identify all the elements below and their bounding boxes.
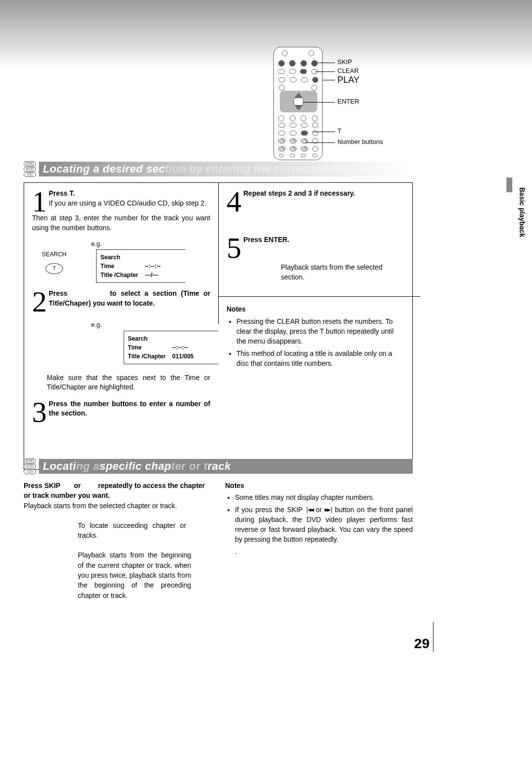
note-item: Pressing the CLEAR button resets the num… [236,316,404,347]
step1-body2: Then at step 3, enter the number for the… [32,213,210,233]
section1-title-a: Locating a desired sec [43,163,165,175]
big-2: 2 [32,290,47,313]
note-item: This method of locating a title is avail… [236,348,404,369]
eg-label: e.g. [91,240,210,248]
notes-head-2: Notes [225,481,413,490]
remote-btn [278,131,285,136]
remote-btn [300,115,306,121]
remote-btn [312,130,318,136]
label-clear: CLEAR [337,68,359,74]
remote-btn [301,146,308,151]
section1-title-b: tion by entering the corresponding numbe… [165,163,398,175]
top-gradient [0,0,532,69]
section2-right: Notes Some titles may not display chapte… [225,481,413,600]
s2-succeed: To locate succeeding chapter or tracks. [78,521,186,541]
remote-btn [278,77,285,82]
note-item: If you press the SKIP |◀◀ or ▶▶| button … [235,505,413,545]
remote-btn [278,115,284,121]
remote-btn [311,60,318,67]
label-skip: SKIP [337,59,352,66]
s2-body: Playback starts from the selected chapte… [24,501,211,511]
remote-btn [312,122,318,128]
dpad [280,91,317,112]
page-number: 29 [414,636,430,652]
remote-btn [312,138,318,144]
stray-dot: . [235,547,413,556]
step-5: 5 Press ENTER. Playback starts from the … [227,235,404,282]
search-label: SEARCH [42,250,66,259]
search-box-2: Search Time--:--:-- Title /Chapter011/00… [124,331,218,364]
remote-btn [290,139,297,143]
s2-head-b: or [74,482,81,489]
big-3: 3 [32,400,47,424]
remote-btn [312,115,318,121]
remote-btn [289,69,296,74]
remote-diagram: SKIP CLEAR PLAY ENTER T Number buttons [273,47,323,160]
big-4: 4 [227,190,241,213]
remote-btn [290,77,297,82]
remote-btn [279,154,284,157]
down-icon [295,105,302,110]
disc-badges-2: DVD VCD CD [24,458,36,474]
remote-btn [290,123,297,128]
step2-note: Make sure that the spaces next to the Ti… [47,373,210,392]
skip-prev-icon: |◀◀ [305,506,313,514]
remote-btn [300,60,307,67]
step1-head: Press T. [49,189,75,197]
note-item: Some titles may not display chapter numb… [235,492,413,502]
s2-begin: Playback starts from the beginning of th… [78,550,191,600]
section2-content: Press SKIP or repeatedly to access the c… [24,481,413,600]
step3-head: Press the number buttons to enter a numb… [49,400,210,417]
remote-btn [282,50,288,56]
remote-btn [290,131,297,136]
page-num-line [433,622,434,652]
remote-btn [278,146,285,151]
remote-btn [312,77,318,83]
remote-btn [290,154,295,157]
step2-head-b: to select a section (Time or Title/Chape… [49,289,210,307]
step-3: 3 Press the number buttons to enter a nu… [32,399,210,424]
badge-vcd: VCD [24,464,36,469]
step-2: 2 Press to select a section (Time or Tit… [32,289,210,313]
disc-badges: DVD VCD CD [24,161,36,177]
enter-btn [294,98,303,105]
remote-btn [311,85,317,91]
remote-btn [312,154,317,157]
step2-head-a: Press [49,289,67,297]
s2-head-a: Press SKIP [24,482,61,489]
step4-head: Repeat steps 2 and 3 if necessary. [243,189,355,197]
remote-btn [278,60,285,67]
step5-head: Press ENTER. [243,236,289,243]
section1-title: Locating a desired section by entering t… [39,162,413,176]
side-tab: Basic playback [504,177,532,251]
remote-btn [301,123,308,128]
badge-dvd: DVD [24,458,36,463]
label-t: T [337,128,341,135]
remote-btn [312,146,318,152]
t-button-diagram: SEARCH T [42,250,66,274]
section1-columns: 1 Press T. If you are using a VIDEO CD/a… [24,182,413,470]
section1-col-left: 1 Press T. If you are using a VIDEO CD/a… [24,182,218,470]
remote-btn [308,50,314,56]
remote-btn [278,123,285,128]
remote-btn [278,139,285,143]
remote-btn [289,60,296,67]
notes-head: Notes [227,305,404,314]
lead-line [315,71,335,72]
t-oval: T [45,263,63,274]
search-box-1: Search Time--:--:-- Title /Chapter---/--… [96,249,185,283]
section2-left: Press SKIP or repeatedly to access the c… [24,481,211,600]
side-label: Basic playback [518,187,526,237]
big-1: 1 [32,190,47,213]
remote-btn [290,115,296,121]
remote-outline [273,47,323,160]
section1-notes: Notes Pressing the CLEAR button resets t… [227,305,404,368]
section1-header: DVD VCD CD Locating a desired section by… [24,161,413,177]
badge-cd: CD [24,172,36,177]
step1-body1: If you are using a VIDEO CD/audio CD, sk… [32,199,210,209]
badge-dvd: DVD [24,161,36,166]
skip-next-icon: ▶▶| [325,506,332,514]
remote-btn [300,69,307,74]
page: SKIP CLEAR PLAY ENTER T Number buttons D… [0,0,532,765]
step-4: 4 Repeat steps 2 and 3 if necessary. [227,189,404,213]
